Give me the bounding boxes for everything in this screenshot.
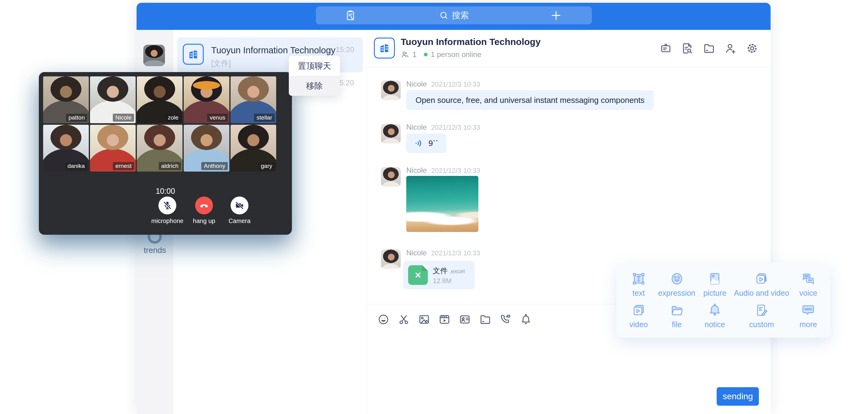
sender-name: Nicole [406,123,427,131]
image-message-beach[interactable] [406,176,478,232]
avatar[interactable] [381,81,401,100]
panel-item-voice[interactable]: voice [789,268,827,300]
sidebar-item-trends[interactable]: trends [136,246,173,255]
chat-subtitle: 1 1 person online [401,50,481,59]
group-files-icon[interactable] [703,42,715,56]
camera-muted-icon [234,200,245,211]
panel-label: picture [704,289,726,297]
panel-item-custom[interactable]: custom [734,300,789,331]
input-toolbar [377,313,532,327]
group-building-icon [374,38,395,59]
participant-name: zole [165,114,181,122]
video-call-overlay: patton Nicole zole venus stellar danika … [39,72,292,235]
send-button[interactable]: sending [717,387,759,406]
call-icon[interactable] [499,313,512,327]
panel-label: expression [658,289,695,297]
panel-item-text[interactable]: text [620,268,658,300]
members-icon [401,50,409,59]
video-tile[interactable]: zole [137,76,183,123]
video-clip-icon[interactable] [438,313,451,327]
avatar[interactable] [381,124,401,144]
voice-icon [801,272,815,286]
menu-item-remove[interactable]: 移除 [289,76,340,96]
video-tile[interactable]: stellar [230,76,276,123]
chat-panel: Tuoyun Information Technology 1 1 person… [367,30,771,414]
voice-wave-icon [414,138,424,148]
message-time: 2021/12/3 10:33 [431,81,480,88]
chat-history-search-icon[interactable] [681,42,693,56]
participant-name: venus [207,114,228,122]
video-tile[interactable]: ernest [90,125,135,171]
top-bar: 搜索 [136,3,771,30]
text-icon [631,272,646,286]
emoji-icon[interactable] [377,313,390,327]
group-notice-icon[interactable] [660,42,672,56]
participant-name: Nicole [113,114,134,122]
group-building-icon [183,44,204,65]
image-icon[interactable] [418,313,430,327]
video-tile[interactable]: aldrich [137,125,183,171]
camera-mute-button[interactable] [230,196,248,214]
contact-card-icon[interactable] [459,313,471,327]
conversation-title: Tuoyun Information Technology [211,45,335,56]
avatar[interactable] [381,167,401,187]
file-size: 12.8M [433,277,452,285]
add-member-icon[interactable] [724,42,737,56]
participant-name: patton [66,114,87,122]
panel-item-picture[interactable]: picture [696,268,734,300]
video-tile[interactable]: venus [184,76,229,123]
chat-header: Tuoyun Information Technology 1 1 person… [367,30,771,67]
current-user-avatar[interactable] [143,45,165,66]
message-text: Open source, free, and universal instant… [415,95,645,105]
video-tile[interactable]: gary [230,125,276,171]
hang-up-button[interactable] [195,196,213,214]
video-tile[interactable]: Anthony [184,125,229,171]
camera-label: Camera [215,218,264,225]
chat-title: Tuoyun Information Technology [401,37,541,47]
screenshot-scissors-icon[interactable] [398,313,410,327]
text-message-bubble[interactable]: Open source, free, and universal instant… [406,90,654,110]
panel-item-notice[interactable]: notice [696,300,734,331]
participant-name: Anthony [201,162,228,170]
notice-bell-icon [707,303,722,318]
participant-name: gary [258,162,275,170]
panel-item-more[interactable]: more [789,300,827,331]
notification-bell-icon[interactable] [520,313,532,327]
call-timer: 10:00 [39,187,292,196]
menu-item-pin-chat[interactable]: 置顶聊天 [289,56,340,76]
folder-icon[interactable] [479,313,491,327]
picture-icon [707,272,722,286]
online-dot [424,53,428,56]
panel-label: text [632,289,645,297]
avatar[interactable] [381,249,401,269]
hang-up-icon [199,200,209,211]
video-tile[interactable]: Nicole [90,76,135,123]
context-menu: 置顶聊天 移除 [289,56,340,96]
add-icon[interactable] [550,9,562,22]
microphone-mute-button[interactable] [158,196,176,214]
panel-label: custom [749,320,774,329]
file-message-bubble[interactable]: 文件.excel 12.8M [403,261,475,289]
panel-label: voice [799,289,817,297]
settings-gear-icon[interactable] [746,42,758,56]
video-tile[interactable]: patton [43,76,89,123]
excel-file-icon [408,265,428,285]
message-meta: Nicole2021/12/3 10:33 [406,80,480,88]
panel-item-video[interactable]: video [620,300,658,331]
voice-message-bubble[interactable]: 9`` [406,133,446,153]
message-time: 2021/12/3 10:33 [431,124,480,131]
panel-item-file[interactable]: file [658,300,696,331]
panel-label: Audio and video [734,289,789,297]
conversation-last-message: [文件] [211,58,231,68]
custom-icon [754,303,769,318]
panel-item-expression[interactable]: expression [658,268,696,300]
message-meta: Nicole2021/12/3 10:33 [406,249,480,257]
panel-item-audio-video[interactable]: Audio and video [734,268,789,300]
message-meta: Nicole2021/12/3 10:33 [406,123,480,131]
audio-video-icon [754,272,769,286]
video-tile[interactable]: danika [43,125,89,171]
panel-label: more [800,320,817,329]
topbar-pill: 搜索 [316,6,592,24]
file-folder-icon [670,303,684,318]
message-meta: Nicole2021/12/3 10:33 [406,166,480,174]
